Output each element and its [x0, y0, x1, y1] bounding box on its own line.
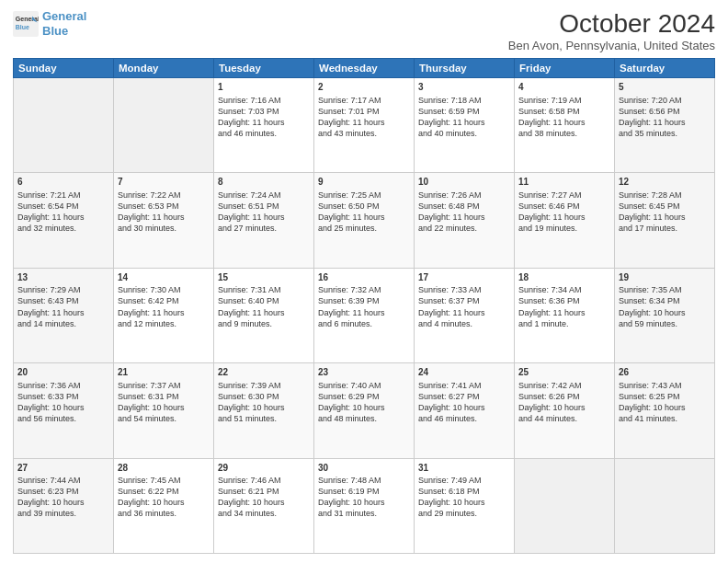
day-info-line: Daylight: 10 hours — [318, 402, 410, 413]
day-info-line: Sunset: 7:01 PM — [318, 106, 410, 117]
cell-week5-day6 — [515, 458, 615, 553]
cell-week2-day5: 10Sunrise: 7:26 AMSunset: 6:48 PMDayligh… — [415, 173, 515, 268]
cell-week1-day6: 4Sunrise: 7:19 AMSunset: 6:58 PMDaylight… — [515, 78, 615, 173]
day-info-line: Sunrise: 7:16 AM — [218, 95, 310, 106]
day-info-line: Sunset: 6:45 PM — [619, 201, 711, 212]
day-info-line: Sunrise: 7:39 AM — [218, 380, 310, 391]
day-number: 1 — [218, 81, 310, 94]
day-info-line: Daylight: 10 hours — [218, 497, 310, 508]
day-info-line: Daylight: 11 hours — [218, 117, 310, 128]
day-info-line: Daylight: 11 hours — [318, 117, 410, 128]
day-info-line: Sunset: 6:43 PM — [17, 295, 109, 306]
day-info-line: Sunset: 6:34 PM — [619, 295, 711, 306]
cell-week3-day3: 15Sunrise: 7:31 AMSunset: 6:40 PMDayligh… — [214, 268, 314, 362]
day-info-line: and 17 minutes. — [619, 223, 711, 234]
week-row-5: 27Sunrise: 7:44 AMSunset: 6:23 PMDayligh… — [14, 458, 715, 553]
day-info-line: Sunset: 6:19 PM — [318, 486, 410, 497]
day-info-line: Sunset: 6:42 PM — [118, 295, 210, 306]
day-info-line: Sunset: 6:22 PM — [118, 486, 210, 497]
cell-week1-day2 — [114, 78, 214, 173]
day-info-line: Daylight: 10 hours — [118, 402, 210, 413]
cell-week3-day7: 19Sunrise: 7:35 AMSunset: 6:34 PMDayligh… — [615, 268, 715, 362]
day-info-line: and 41 minutes. — [619, 413, 711, 424]
cell-week5-day4: 30Sunrise: 7:48 AMSunset: 6:19 PMDayligh… — [314, 458, 415, 553]
day-info-line: Sunrise: 7:28 AM — [619, 190, 711, 201]
day-info-line: Daylight: 10 hours — [318, 497, 410, 508]
calendar-table: SundayMondayTuesdayWednesdayThursdayFrid… — [13, 58, 715, 554]
day-info-line: Sunset: 6:31 PM — [118, 391, 210, 402]
cell-week2-day6: 11Sunrise: 7:27 AMSunset: 6:46 PMDayligh… — [515, 173, 615, 268]
day-number: 9 — [318, 176, 410, 189]
logo-line1: General — [42, 9, 86, 23]
day-info-line: and 36 minutes. — [118, 508, 210, 519]
day-number: 6 — [17, 176, 109, 189]
day-info-line: and 27 minutes. — [218, 223, 310, 234]
day-info-line: Sunset: 6:33 PM — [17, 391, 109, 402]
day-info-line: Sunrise: 7:29 AM — [17, 284, 109, 295]
day-info-line: Sunset: 6:29 PM — [318, 391, 410, 402]
day-info-line: Sunrise: 7:48 AM — [318, 475, 410, 486]
day-number: 19 — [619, 271, 711, 284]
day-info-line: Sunset: 6:59 PM — [418, 106, 510, 117]
day-info-line: Sunset: 6:30 PM — [218, 391, 310, 402]
day-info-line: and 54 minutes. — [118, 413, 210, 424]
day-number: 12 — [619, 176, 711, 189]
day-info-line: Sunrise: 7:19 AM — [518, 95, 610, 106]
col-header-saturday: Saturday — [615, 59, 715, 78]
day-info-line: Sunset: 6:58 PM — [518, 106, 610, 117]
day-number: 13 — [17, 271, 109, 284]
day-info-line: and 38 minutes. — [518, 128, 610, 139]
day-number: 18 — [518, 271, 610, 284]
day-number: 3 — [418, 81, 510, 94]
day-info-line: Sunset: 6:26 PM — [518, 391, 610, 402]
cell-week3-day1: 13Sunrise: 7:29 AMSunset: 6:43 PMDayligh… — [14, 268, 114, 362]
day-number: 27 — [17, 462, 109, 475]
day-info-line: Daylight: 11 hours — [218, 212, 310, 223]
day-info-line: and 35 minutes. — [619, 128, 711, 139]
day-info-line: and 59 minutes. — [619, 318, 711, 329]
cell-week4-day2: 21Sunrise: 7:37 AMSunset: 6:31 PMDayligh… — [114, 363, 214, 458]
logo-text: General Blue — [42, 9, 86, 38]
day-info-line: and 31 minutes. — [318, 508, 410, 519]
day-info-line: Sunrise: 7:35 AM — [619, 284, 711, 295]
col-header-friday: Friday — [515, 59, 615, 78]
day-info-line: Sunrise: 7:37 AM — [118, 380, 210, 391]
day-info-line: Sunrise: 7:17 AM — [318, 95, 410, 106]
day-info-line: Sunset: 6:39 PM — [318, 295, 410, 306]
cell-week3-day6: 18Sunrise: 7:34 AMSunset: 6:36 PMDayligh… — [515, 268, 615, 362]
day-number: 10 — [418, 176, 510, 189]
day-info-line: Daylight: 11 hours — [318, 212, 410, 223]
cell-week5-day3: 29Sunrise: 7:46 AMSunset: 6:21 PMDayligh… — [214, 458, 314, 553]
day-number: 7 — [118, 176, 210, 189]
cell-week2-day3: 8Sunrise: 7:24 AMSunset: 6:51 PMDaylight… — [214, 173, 314, 268]
day-info-line: Sunrise: 7:49 AM — [418, 475, 510, 486]
day-info-line: and 44 minutes. — [518, 413, 610, 424]
col-header-thursday: Thursday — [415, 59, 515, 78]
day-info-line: Sunrise: 7:25 AM — [318, 190, 410, 201]
day-number: 15 — [218, 271, 310, 284]
cell-week5-day1: 27Sunrise: 7:44 AMSunset: 6:23 PMDayligh… — [14, 458, 114, 553]
cell-week1-day7: 5Sunrise: 7:20 AMSunset: 6:56 PMDaylight… — [615, 78, 715, 173]
day-info-line: Sunset: 6:40 PM — [218, 295, 310, 306]
day-info-line: and 39 minutes. — [17, 508, 109, 519]
day-info-line: Daylight: 10 hours — [17, 402, 109, 413]
day-info-line: and 14 minutes. — [17, 318, 109, 329]
day-info-line: and 22 minutes. — [418, 223, 510, 234]
cell-week4-day1: 20Sunrise: 7:36 AMSunset: 6:33 PMDayligh… — [14, 363, 114, 458]
day-number: 21 — [118, 366, 210, 379]
day-info-line: Sunrise: 7:36 AM — [17, 380, 109, 391]
cell-week3-day4: 16Sunrise: 7:32 AMSunset: 6:39 PMDayligh… — [314, 268, 415, 362]
day-number: 24 — [418, 366, 510, 379]
day-info-line: Sunset: 6:53 PM — [118, 201, 210, 212]
day-info-line: Sunset: 6:37 PM — [418, 295, 510, 306]
day-info-line: Daylight: 11 hours — [619, 117, 711, 128]
week-row-4: 20Sunrise: 7:36 AMSunset: 6:33 PMDayligh… — [14, 363, 715, 458]
day-info-line: Daylight: 10 hours — [418, 497, 510, 508]
month-title: October 2024 — [508, 9, 715, 39]
logo: General Blue General Blue — [13, 9, 86, 38]
page: General Blue General Blue October 2024 B… — [0, 0, 728, 563]
logo-icon: General Blue — [13, 11, 39, 37]
day-info-line: Sunset: 6:21 PM — [218, 486, 310, 497]
day-info-line: Sunrise: 7:26 AM — [418, 190, 510, 201]
day-info-line: and 1 minute. — [518, 318, 610, 329]
